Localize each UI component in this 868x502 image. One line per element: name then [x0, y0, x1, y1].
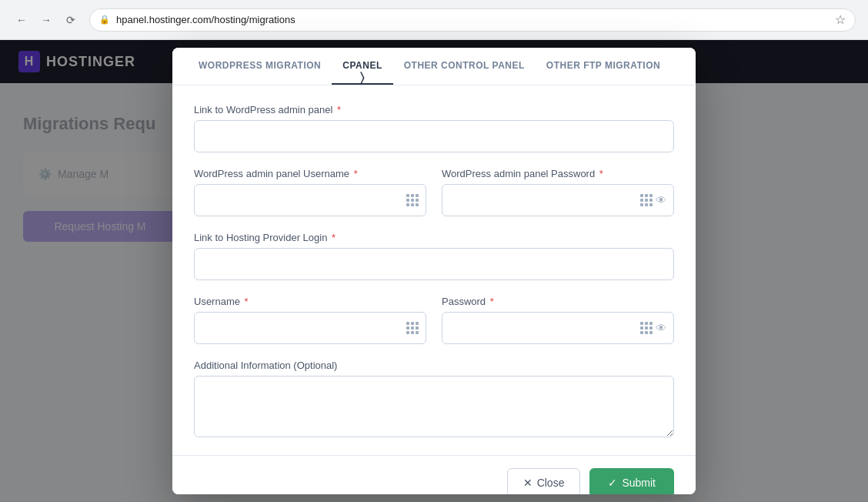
hosting-link-group: Link to Hosting Provider Login *	[194, 232, 674, 280]
additional-info-textarea[interactable]	[194, 376, 674, 437]
migration-modal: WORDPRESS MIGRATION CPANEL 〉 OTHER CONTR…	[172, 48, 696, 494]
submit-label: Submit	[622, 477, 656, 489]
credentials-row: WordPress admin panel Username *	[194, 168, 674, 232]
grid-icon-4	[640, 322, 653, 334]
required-marker-6: *	[490, 296, 494, 307]
password-input[interactable]	[442, 312, 674, 344]
wp-admin-link-input[interactable]	[194, 120, 674, 152]
grid-icon	[406, 194, 419, 206]
wp-password-input[interactable]	[442, 184, 674, 216]
tab-wordpress-migration[interactable]: WORDPRESS MIGRATION	[188, 48, 332, 85]
password-toggle[interactable]: 👁	[656, 322, 666, 334]
hosting-link-input[interactable]	[194, 248, 674, 280]
close-label: Close	[537, 477, 565, 489]
modal-overlay: WORDPRESS MIGRATION CPANEL 〉 OTHER CONTR…	[0, 40, 868, 502]
required-marker-3: *	[599, 168, 603, 179]
required-marker-4: *	[332, 232, 336, 243]
wp-admin-link-group: Link to WordPress admin panel *	[194, 104, 674, 152]
close-x-icon: ✕	[523, 477, 532, 489]
tab-other-ftp-migration[interactable]: OTHER FTP MIGRATION	[536, 48, 671, 85]
hosting-link-wrapper	[194, 248, 674, 280]
refresh-button[interactable]: ⟳	[62, 11, 80, 29]
wp-username-wrapper	[194, 184, 426, 216]
back-button[interactable]: ←	[12, 11, 31, 29]
close-button[interactable]: ✕ Close	[507, 468, 581, 494]
password-wrapper: 👁	[442, 312, 674, 344]
tab-other-control-panel[interactable]: OTHER CONTROL PANEL	[393, 48, 536, 85]
password-label: Password *	[442, 296, 674, 307]
password-icons-2: 👁	[640, 322, 666, 334]
password-group: Password * 👁	[442, 296, 674, 344]
username-icon-2	[406, 322, 419, 334]
submit-button[interactable]: ✓ Submit	[589, 468, 674, 494]
browser-nav-group: ← → ⟳	[12, 11, 80, 29]
bookmark-icon[interactable]: ☆	[835, 12, 846, 27]
wp-password-group: WordPress admin panel Password * 👁	[442, 168, 674, 216]
modal-tabs: WORDPRESS MIGRATION CPANEL 〉 OTHER CONTR…	[172, 48, 696, 85]
modal-footer: ✕ Close ✓ Submit	[172, 455, 696, 494]
modal-body: Link to WordPress admin panel * WordPres…	[172, 85, 696, 455]
wp-password-toggle[interactable]: 👁	[656, 194, 666, 206]
forward-button[interactable]: →	[37, 11, 55, 29]
required-marker-5: *	[245, 296, 249, 307]
lock-icon: 🔒	[99, 15, 110, 25]
hosting-credentials-row: Username *	[194, 296, 674, 360]
required-marker: *	[337, 104, 341, 115]
submit-check-icon: ✓	[608, 477, 617, 489]
username-icon	[406, 194, 419, 206]
username-group: Username *	[194, 296, 426, 344]
required-marker-2: *	[354, 168, 358, 179]
wp-password-label: WordPress admin panel Password *	[442, 168, 674, 179]
wp-password-wrapper: 👁	[442, 184, 674, 216]
password-icons: 👁	[640, 194, 666, 206]
wp-username-label: WordPress admin panel Username *	[194, 168, 426, 179]
address-bar[interactable]: 🔒 hpanel.hostinger.com/hosting/migration…	[89, 8, 856, 32]
wp-username-group: WordPress admin panel Username *	[194, 168, 426, 216]
grid-icon-3	[406, 322, 419, 334]
wp-admin-link-wrapper	[194, 120, 674, 152]
url-text: hpanel.hostinger.com/hosting/migrations	[116, 14, 295, 25]
hosting-link-label: Link to Hosting Provider Login *	[194, 232, 674, 243]
wp-username-input[interactable]	[194, 184, 426, 216]
username-input[interactable]	[194, 312, 426, 344]
username-label: Username *	[194, 296, 426, 307]
tab-cpanel[interactable]: CPANEL 〉	[332, 48, 392, 85]
username-wrapper	[194, 312, 426, 344]
grid-icon-2	[640, 194, 653, 206]
additional-info-group: Additional Information (Optional)	[194, 360, 674, 440]
browser-chrome: ← → ⟳ 🔒 hpanel.hostinger.com/hosting/mig…	[0, 0, 868, 40]
wp-admin-link-label: Link to WordPress admin panel *	[194, 104, 674, 115]
additional-info-label: Additional Information (Optional)	[194, 360, 674, 371]
